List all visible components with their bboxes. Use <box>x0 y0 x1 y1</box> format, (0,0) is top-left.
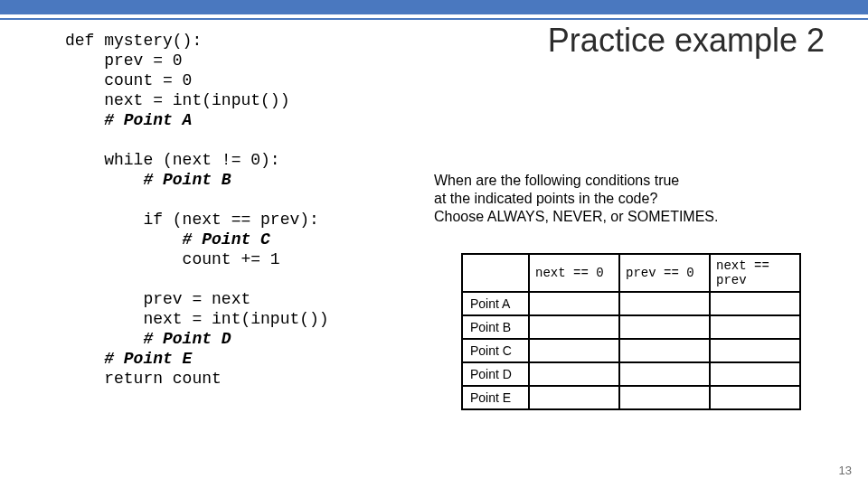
table-row-header: Point B <box>462 315 529 339</box>
table-row: Point D <box>462 362 800 386</box>
question-line: When are the following conditions true <box>434 172 823 190</box>
table-header-row: next == 0 prev == 0 next == prev <box>462 254 800 292</box>
code-line: if (next == prev): <box>65 211 319 229</box>
page-number: 13 <box>839 464 852 477</box>
code-line: count = 0 <box>65 71 192 89</box>
table-col-header: next == 0 <box>529 254 619 292</box>
table-row-header: Point E <box>462 386 529 409</box>
code-comment: # Point E <box>65 350 192 368</box>
code-line: prev = next <box>65 290 250 308</box>
table-cell <box>619 339 710 362</box>
table-cell <box>529 362 619 386</box>
table-cell <box>710 315 800 339</box>
table-cell <box>529 386 619 409</box>
slide-title: Practice example 2 <box>548 22 825 60</box>
top-bar <box>0 0 868 14</box>
code-line: next = int(input()) <box>65 91 289 109</box>
code-line: next = int(input()) <box>65 310 329 328</box>
table-cell <box>619 386 710 409</box>
code-line: count += 1 <box>65 250 280 268</box>
code-block: def mystery(): prev = 0 count = 0 next =… <box>65 31 329 389</box>
code-comment: # Point D <box>65 330 231 348</box>
code-comment: # Point C <box>65 230 270 249</box>
table-row-header: Point C <box>462 339 529 362</box>
code-line: while (next != 0): <box>65 151 280 169</box>
table-row-header: Point D <box>462 362 529 386</box>
table-cell <box>619 362 710 386</box>
table: next == 0 prev == 0 next == prev Point A… <box>461 253 801 410</box>
table-col-header: next == prev <box>710 254 800 292</box>
table-col-header: prev == 0 <box>619 254 710 292</box>
code-line: def mystery(): <box>65 32 202 50</box>
table-cell <box>710 339 800 362</box>
question-text: When are the following conditions true a… <box>434 172 823 226</box>
slide: Practice example 2 def mystery(): prev =… <box>0 0 868 488</box>
table-cell <box>710 362 800 386</box>
table-row: Point C <box>462 339 800 362</box>
table-cell <box>619 315 710 339</box>
table-row: Point B <box>462 315 800 339</box>
table-row-header: Point A <box>462 292 529 315</box>
question-line: Choose ALWAYS, NEVER, or SOMETIMES. <box>434 208 823 226</box>
table-cell <box>529 292 619 315</box>
table-cell <box>529 339 619 362</box>
question-line: at the indicated points in the code? <box>434 190 823 208</box>
divider-line <box>0 18 868 20</box>
table-cell <box>619 292 710 315</box>
code-line: return count <box>65 370 222 388</box>
code-line: prev = 0 <box>65 52 183 70</box>
table-cell <box>710 292 800 315</box>
conditions-table: next == 0 prev == 0 next == prev Point A… <box>461 253 801 410</box>
table-row: Point E <box>462 386 800 409</box>
code-comment: # Point A <box>65 111 192 129</box>
table-cell <box>710 386 800 409</box>
table-cell <box>529 315 619 339</box>
table-corner <box>462 254 529 292</box>
table-row: Point A <box>462 292 800 315</box>
code-comment: # Point B <box>65 171 231 189</box>
